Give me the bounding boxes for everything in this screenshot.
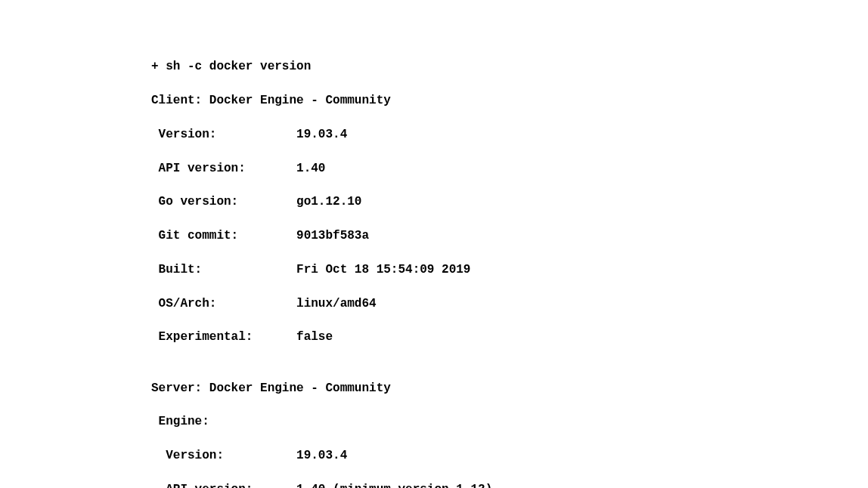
value: Fri Oct 18 15:54:09 2019 <box>296 263 470 276</box>
command-line: + sh -c docker version <box>151 58 868 75</box>
server-header: Server: Docker Engine - Community <box>151 380 868 397</box>
client-experimental: Experimental: false <box>151 329 868 345</box>
value: 1.40 <box>296 162 325 175</box>
value: linux/amd64 <box>296 297 377 310</box>
label: Version: <box>151 128 296 141</box>
value: 19.03.4 <box>296 128 347 141</box>
label: Version: <box>151 449 296 462</box>
label: OS/Arch: <box>151 297 296 310</box>
value: 19.03.4 <box>296 449 347 462</box>
label: Experimental: <box>151 330 296 344</box>
client-built: Built: Fri Oct 18 15:54:09 2019 <box>151 261 868 278</box>
label: Built: <box>151 263 296 276</box>
client-header: Client: Docker Engine - Community <box>151 92 868 109</box>
label: Go version: <box>151 195 296 208</box>
label: API version: <box>151 162 296 175</box>
engine-api-version: API version: 1.40 (minimum version 1.12) <box>151 481 868 488</box>
value: 1.40 (minimum version 1.12) <box>296 483 492 488</box>
client-version: Version: 19.03.4 <box>151 126 868 143</box>
value: go1.12.10 <box>296 195 361 208</box>
value: false <box>296 330 333 344</box>
client-go-version: Go version: go1.12.10 <box>151 193 868 210</box>
value: 9013bf583a <box>296 229 369 242</box>
client-os-arch: OS/Arch: linux/amd64 <box>151 295 868 312</box>
client-api-version: API version: 1.40 <box>151 160 868 177</box>
engine-version: Version: 19.03.4 <box>151 447 868 464</box>
client-git-commit: Git commit: 9013bf583a <box>151 227 868 244</box>
engine-header: Engine: <box>151 413 868 430</box>
label: Git commit: <box>151 229 296 242</box>
label: API version: <box>151 483 296 488</box>
